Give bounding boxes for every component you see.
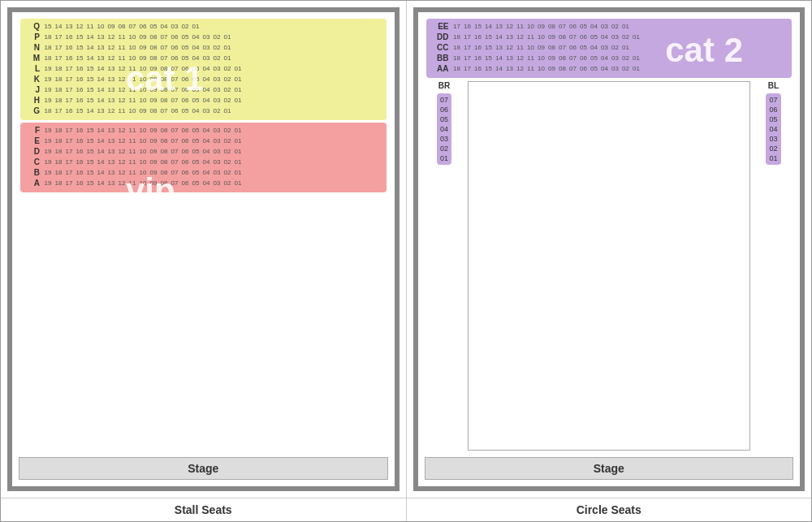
row-label: Q	[25, 22, 40, 31]
stall-hall-inner: cat 1 Q 151413121110090807060504030201 P…	[7, 7, 400, 491]
seat-row: H 19181716151413121110090807060504030201	[25, 96, 382, 105]
row-label: EE	[431, 22, 449, 31]
row-label: BB	[431, 54, 449, 63]
side-block-br: BR 07 06 05 04 03 02 01	[426, 81, 463, 451]
circle-label: Circle Seats	[407, 498, 812, 521]
center-empty-area	[468, 81, 751, 451]
seat-row: Q 151413121110090807060504030201	[25, 22, 382, 31]
row-label: B	[25, 168, 40, 177]
cat2-label: cat 2	[665, 31, 743, 70]
seat-row: P 181716151413121110090807060504030201	[25, 32, 382, 41]
row-label: N	[25, 43, 40, 52]
seat-row: J 19181716151413121110090807060504030201	[25, 85, 382, 94]
main-container: cat 1 Q 151413121110090807060504030201 P…	[0, 0, 812, 522]
row-label: H	[25, 96, 40, 105]
seat-row: A 19181716151413121110090807060504030201	[25, 179, 382, 188]
row-label: J	[25, 85, 40, 94]
row-label: D	[25, 147, 40, 156]
circle-seating-area: cat 2 EE 1716151413121110090807060504030…	[418, 12, 801, 457]
seat-numbers: 151413121110090807060504030201	[43, 23, 201, 30]
stall-stage: Stage	[19, 457, 388, 480]
row-label: CC	[431, 43, 449, 52]
row-label: A	[25, 179, 40, 188]
bl-seats: 07 06 05 04 03 02 01	[766, 93, 780, 165]
row-label: G	[25, 106, 40, 115]
seat-row: M 181716151413121110090807060504030201	[25, 54, 382, 63]
bl-label: BL	[768, 81, 779, 90]
seat-row: K 19181716151413121110090807060504030201	[25, 75, 382, 84]
row-label: C	[25, 157, 40, 166]
seat-row: F 19181716151413121110090807060504030201	[25, 126, 382, 135]
row-label: L	[25, 64, 40, 73]
row-label: M	[25, 54, 40, 63]
row-label: DD	[431, 32, 449, 41]
stall-seating-area: cat 1 Q 151413121110090807060504030201 P…	[12, 12, 395, 457]
seat-row: C 19181716151413121110090807060504030201	[25, 157, 382, 166]
seat-row: G 181716151413121110090807060504030201	[25, 106, 382, 115]
br-label: BR	[438, 81, 450, 90]
row-label: E	[25, 136, 40, 145]
seat-row: N 181716151413121110090807060504030201	[25, 43, 382, 52]
circle-hall-inner: cat 2 EE 1716151413121110090807060504030…	[413, 7, 806, 491]
circle-hall: cat 2 EE 1716151413121110090807060504030…	[407, 1, 812, 521]
stall-label: Stall Seats	[1, 498, 406, 521]
seat-row: L 19181716151413121110090807060504030201	[25, 64, 382, 73]
row-label: F	[25, 126, 40, 135]
circle-middle: BR 07 06 05 04 03 02 01	[426, 81, 793, 451]
seat-row: D 19181716151413121110090807060504030201	[25, 147, 382, 156]
br-seats: 07 06 05 04 03 02 01	[437, 93, 451, 165]
row-label: K	[25, 75, 40, 84]
seat-row: E 19181716151413121110090807060504030201	[25, 136, 382, 145]
vip-section: vip F 1918171615141312111009080706050403…	[20, 123, 387, 192]
seat-row: EE 1716151413121110090807060504030201	[431, 22, 788, 31]
row-label: AA	[431, 64, 449, 73]
stall-hall: cat 1 Q 151413121110090807060504030201 P…	[1, 1, 407, 521]
cat1-section: cat 1 Q 151413121110090807060504030201 P…	[20, 19, 387, 120]
side-block-bl: BL 07 06 05 04 03 02 01	[755, 81, 792, 451]
vip-label: vip	[126, 171, 175, 210]
circle-stage: Stage	[425, 457, 794, 480]
row-label: P	[25, 32, 40, 41]
seat-row: B 19181716151413121110090807060504030201	[25, 168, 382, 177]
cat2-section: cat 2 EE 1716151413121110090807060504030…	[426, 19, 793, 78]
